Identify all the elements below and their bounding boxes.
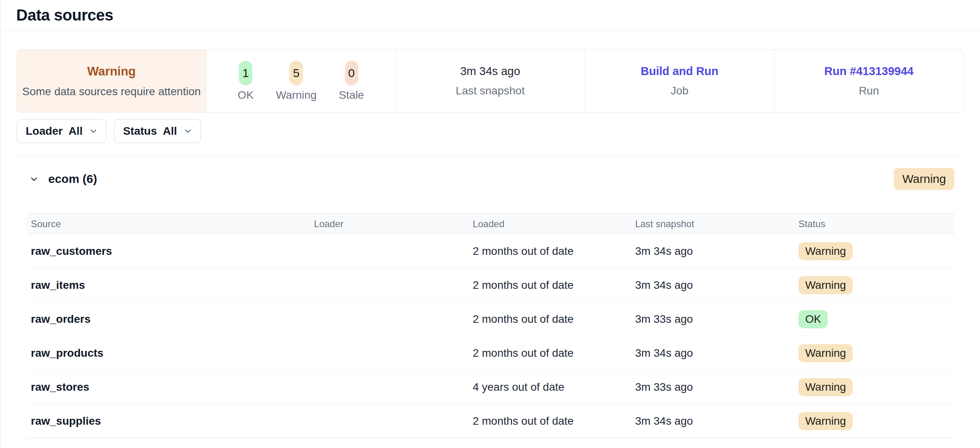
status-counts-card: 1 OK 5 Warning 0 Stale: [206, 50, 395, 112]
page-header: Data sources: [0, 0, 980, 31]
last-snapshot-label: Last snapshot: [456, 85, 524, 97]
chevron-down-icon: [183, 126, 193, 136]
loaded-cell: 2 months out of date: [468, 245, 630, 258]
table-row: raw_items 2 months out of date 3m 34s ag…: [26, 268, 954, 302]
table-row: raw_customers 2 months out of date 3m 34…: [26, 234, 954, 268]
status-filter-label: Status: [123, 125, 157, 137]
last-snapshot-cell: 3m 34s ago: [630, 347, 794, 360]
column-header-status: Status: [794, 218, 954, 230]
filter-bar: Loader All Status All: [17, 119, 964, 143]
source-name: raw_products: [26, 347, 309, 360]
table-header-row: Source Loader Loaded Last snapshot Statu…: [26, 213, 954, 234]
status-badge: Warning: [798, 276, 853, 294]
source-group: ecom (6) Warning Source Loader Loaded La…: [17, 168, 964, 438]
chevron-down-icon: [89, 126, 98, 136]
job-card: Build and Run Job: [585, 50, 774, 112]
loader-filter-label: Loader: [26, 125, 62, 137]
loader-filter-value: All: [68, 125, 83, 137]
warning-count-label: Warning: [276, 89, 316, 102]
content-area: Warning Some data sources require attent…: [0, 49, 980, 438]
status-badge: Warning: [798, 412, 853, 430]
loaded-cell: 2 months out of date: [468, 415, 630, 427]
column-header-source: Source: [26, 218, 309, 230]
source-name: raw_orders: [26, 313, 309, 326]
group-header-ecom[interactable]: ecom (6) Warning: [26, 168, 954, 190]
group-status-badge: Warning: [894, 168, 954, 190]
column-header-loader: Loader: [309, 218, 468, 230]
ok-count-label: OK: [238, 89, 254, 102]
status-filter-value: All: [163, 125, 177, 137]
warning-count-pill: 5: [289, 61, 303, 85]
run-label: Run: [859, 85, 879, 97]
job-label: Job: [671, 85, 689, 97]
table-row: raw_supplies 2 months out of date 3m 34s…: [26, 404, 954, 438]
loaded-cell: 2 months out of date: [468, 313, 630, 326]
status-badge: Warning: [798, 242, 853, 260]
count-ok: 1 OK: [238, 61, 254, 102]
page-title: Data sources: [16, 6, 113, 24]
status-summary-bar: Warning Some data sources require attent…: [17, 49, 964, 113]
status-badge: Warning: [798, 344, 853, 362]
stale-count-label: Stale: [339, 89, 364, 102]
overall-status-title: Warning: [87, 64, 136, 79]
run-card: Run #413139944 Run: [774, 50, 963, 112]
loader-filter-dropdown[interactable]: Loader All: [17, 119, 106, 143]
stale-count-pill: 0: [345, 61, 358, 85]
chevron-down-icon[interactable]: [28, 173, 40, 185]
status-counts: 1 OK 5 Warning 0 Stale: [238, 61, 364, 102]
last-snapshot-card: 3m 34s ago Last snapshot: [395, 50, 585, 112]
table-row: raw_products 2 months out of date 3m 34s…: [26, 336, 954, 370]
overall-status-card: Warning Some data sources require attent…: [17, 50, 206, 112]
last-snapshot-value: 3m 34s ago: [460, 65, 520, 78]
source-name: raw_stores: [26, 381, 309, 393]
status-badge: Warning: [798, 378, 853, 396]
loaded-cell: 2 months out of date: [468, 279, 630, 292]
last-snapshot-cell: 3m 33s ago: [630, 381, 794, 393]
table-row: raw_stores 4 years out of date 3m 33s ag…: [26, 370, 954, 404]
column-header-loaded: Loaded: [468, 218, 630, 230]
count-stale: 0 Stale: [339, 61, 364, 102]
group-title: ecom (6): [48, 172, 97, 186]
overall-status-subtitle: Some data sources require attention: [22, 85, 201, 98]
last-snapshot-cell: 3m 33s ago: [630, 313, 794, 326]
column-header-last-snapshot: Last snapshot: [630, 218, 794, 230]
loaded-cell: 4 years out of date: [468, 381, 630, 393]
count-warning: 5 Warning: [276, 61, 316, 102]
section-divider: [17, 155, 964, 156]
last-snapshot-cell: 3m 34s ago: [630, 279, 794, 292]
loaded-cell: 2 months out of date: [468, 347, 630, 360]
source-name: raw_supplies: [26, 415, 309, 427]
table-row: raw_orders 2 months out of date 3m 33s a…: [26, 302, 954, 336]
run-link[interactable]: Run #413139944: [824, 65, 914, 78]
data-sources-table: Source Loader Loaded Last snapshot Statu…: [26, 213, 954, 438]
ok-count-pill: 1: [239, 61, 252, 85]
job-link[interactable]: Build and Run: [641, 65, 719, 78]
status-badge: OK: [798, 310, 828, 328]
status-filter-dropdown[interactable]: Status All: [114, 119, 201, 143]
source-name: raw_customers: [26, 245, 309, 258]
last-snapshot-cell: 3m 34s ago: [630, 415, 794, 427]
source-name: raw_items: [26, 279, 309, 292]
last-snapshot-cell: 3m 34s ago: [630, 245, 794, 258]
